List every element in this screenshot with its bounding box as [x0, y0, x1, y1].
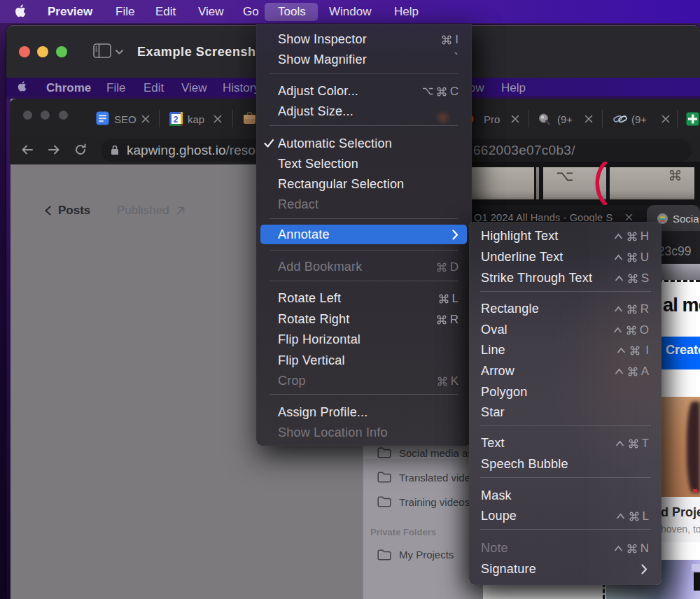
- svg-text:2: 2: [174, 115, 178, 125]
